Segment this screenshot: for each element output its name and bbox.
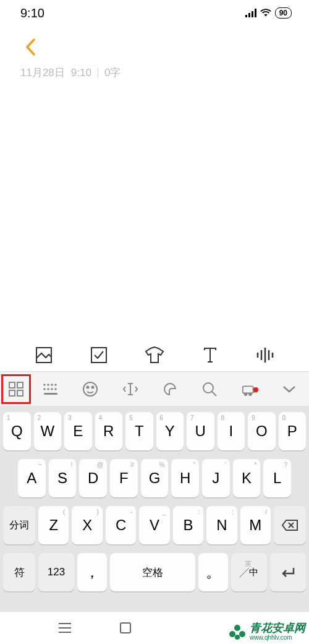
text-format-button[interactable]: [200, 345, 221, 366]
key-main: Y: [165, 423, 175, 440]
key-hint: 3: [68, 414, 72, 421]
number-key[interactable]: 123: [38, 553, 74, 591]
status-bar: 9:10 90: [0, 0, 309, 26]
key-c[interactable]: -C: [106, 506, 136, 544]
key-main: D: [88, 470, 98, 487]
watermark-url: www.qhhlv.com: [250, 634, 305, 641]
key-main: F: [119, 470, 129, 487]
notification-dot: [253, 387, 258, 392]
ime-keyboard-button[interactable]: [31, 381, 70, 397]
svg-point-29: [239, 631, 245, 637]
image-button[interactable]: [33, 345, 54, 366]
key-f[interactable]: #F: [110, 459, 138, 497]
key-hint: 9: [252, 414, 255, 421]
theme-button[interactable]: [144, 345, 165, 366]
svg-point-11: [47, 384, 49, 386]
key-m[interactable]: /M: [240, 506, 271, 544]
key-main: P: [287, 423, 297, 440]
key-v[interactable]: _V: [139, 506, 169, 544]
period-key[interactable]: 。: [198, 553, 228, 591]
key-s[interactable]: !S: [49, 459, 77, 497]
key-main: C: [116, 517, 126, 534]
svg-point-30: [235, 635, 240, 640]
key-hint: ;: [232, 509, 234, 515]
key-g[interactable]: %G: [141, 459, 169, 497]
key-hint: -: [130, 509, 132, 515]
key-main: A: [27, 470, 36, 487]
svg-rect-8: [9, 390, 15, 396]
comma-key[interactable]: ，: [77, 553, 107, 591]
key-n[interactable]: ;N: [206, 506, 237, 544]
key-hint: 4: [99, 414, 103, 421]
key-z[interactable]: (Z: [38, 506, 69, 544]
key-x[interactable]: )X: [72, 506, 102, 544]
key-main: K: [242, 470, 252, 487]
key-hint: *: [254, 462, 256, 468]
key-main: M: [249, 517, 261, 534]
key-w[interactable]: 2W: [34, 412, 62, 450]
key-row-3: 分词 (Z)X-C_V:B;N/M: [3, 506, 306, 544]
ime-apps-button[interactable]: [1, 374, 31, 404]
key-hint: ~: [38, 462, 42, 468]
voice-button[interactable]: [255, 345, 276, 366]
key-main: Q: [11, 423, 23, 440]
key-row-2: ~A!S@D#F%G"H'J*K?L: [3, 459, 306, 497]
key-e[interactable]: 3E: [64, 412, 92, 450]
key-hint: ': [225, 462, 226, 468]
key-main: O: [256, 423, 268, 440]
svg-rect-6: [9, 382, 15, 388]
note-time: 9:10: [71, 67, 91, 79]
key-main: G: [149, 470, 161, 487]
svg-point-22: [203, 383, 213, 393]
ime-emoji-button[interactable]: [70, 381, 110, 397]
symbol-key[interactable]: 符: [3, 553, 35, 591]
key-l[interactable]: ?L: [263, 459, 291, 497]
nav-recent-button[interactable]: [53, 616, 77, 640]
key-u[interactable]: 7U: [187, 412, 214, 450]
ime-clipboard-button[interactable]: [150, 381, 190, 397]
ime-train-button[interactable]: [229, 381, 269, 397]
key-r[interactable]: 4R: [95, 412, 123, 450]
svg-point-14: [43, 388, 46, 390]
enter-key[interactable]: [270, 553, 306, 591]
key-h[interactable]: "H: [171, 459, 199, 497]
checklist-button[interactable]: [88, 345, 109, 366]
svg-point-25: [249, 393, 252, 395]
backspace-key[interactable]: [274, 506, 306, 544]
key-main: H: [180, 470, 190, 487]
key-hint: %: [159, 462, 164, 468]
wifi-icon: [260, 9, 271, 17]
ime-search-button[interactable]: [190, 381, 229, 397]
key-q[interactable]: 1Q: [3, 412, 31, 450]
key-hint: 7: [190, 414, 194, 421]
key-main: V: [150, 517, 159, 534]
space-key[interactable]: 空格: [110, 553, 195, 591]
format-toolbar: [0, 339, 309, 371]
key-row-4: 符 123 ， 空格 。 英╱中: [3, 553, 306, 591]
key-o[interactable]: 9O: [248, 412, 276, 450]
shift-key[interactable]: 分词: [3, 506, 35, 544]
svg-point-16: [51, 388, 53, 390]
key-b[interactable]: :B: [173, 506, 203, 544]
key-d[interactable]: @D: [79, 459, 107, 497]
svg-point-27: [234, 625, 240, 631]
key-hint: 6: [160, 414, 164, 421]
key-p[interactable]: 0P: [279, 412, 307, 450]
key-t[interactable]: 5T: [125, 412, 153, 450]
key-hint: (: [63, 509, 65, 515]
ime-collapse-button[interactable]: [269, 385, 309, 393]
back-button[interactable]: [19, 36, 41, 58]
svg-point-10: [43, 384, 46, 386]
language-key[interactable]: 英╱中: [231, 553, 267, 591]
svg-point-17: [54, 388, 57, 390]
key-j[interactable]: 'J: [202, 459, 230, 497]
nav-home-button[interactable]: [114, 616, 137, 640]
key-a[interactable]: ~A: [18, 459, 46, 497]
key-y[interactable]: 6Y: [156, 412, 184, 450]
key-k[interactable]: *K: [233, 459, 261, 497]
svg-rect-23: [242, 386, 253, 393]
key-i[interactable]: 8I: [218, 412, 245, 450]
ime-cursor-button[interactable]: [111, 381, 150, 397]
key-main: U: [195, 423, 206, 440]
svg-point-24: [244, 393, 247, 395]
